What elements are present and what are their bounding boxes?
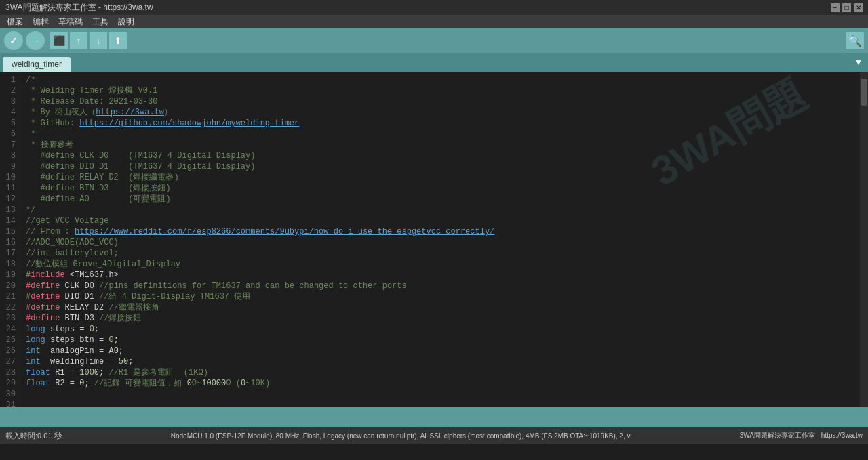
code-line: #define DIO D1 //給 4 Digit-Display TM163… xyxy=(26,291,854,302)
load-time: 載入時間:0.01 秒 xyxy=(5,431,62,441)
tab-dropdown-button[interactable]: ▼ xyxy=(852,56,865,69)
tab-bar: welding_timer ▼ xyxy=(0,53,868,72)
code-line: #define CLK D0 (TM1637 4 Digital Display… xyxy=(26,150,854,161)
code-line: int analogPin = A0; xyxy=(26,346,854,356)
brand-text: 3WA問題解決專家工作室 - https://3wa.tw xyxy=(740,431,863,440)
menu-tools[interactable]: 工具 xyxy=(88,15,113,29)
app-title: 3WA問題解決專家工作室 - https://3wa.tw xyxy=(5,2,153,14)
code-line: #define RELAY D2 //繼電器接角 xyxy=(26,302,854,313)
code-line: * Welding Timer 焊接機 V0.1 xyxy=(26,85,854,96)
menu-edit[interactable]: 編輯 xyxy=(28,15,53,29)
scrollbar-thumb[interactable] xyxy=(861,79,867,106)
code-line: #define RELAY D2 (焊接繼電器) xyxy=(26,172,854,183)
code-line: #define BTN D3 (焊接按鈕) xyxy=(26,183,854,194)
code-line: * 接腳參考 xyxy=(26,140,854,150)
toolbar-right: 🔍 xyxy=(846,32,864,49)
maximize-button[interactable]: □ xyxy=(842,3,851,12)
menu-file[interactable]: 檔案 xyxy=(3,15,27,29)
title-bar: 3WA問題解決專家工作室 - https://3wa.tw − □ ✕ xyxy=(0,0,868,15)
code-container: 1234567891011121314151617181920212223242… xyxy=(0,72,868,407)
code-line: #define CLK D0 //pins definitions for TM… xyxy=(26,280,854,291)
code-line: * By 羽山夜人（https://3wa.tw） xyxy=(26,107,854,118)
serial-monitor-button[interactable]: 🔍 xyxy=(846,32,864,49)
bottom-bar xyxy=(0,407,868,427)
code-line: float R2 = 0; //記錄 可變電阻值，如 0Ω~10000Ω (0~… xyxy=(26,378,854,389)
code-line: #define A0 (可變電阻) xyxy=(26,194,854,205)
board-info: NodeMCU 1.0 (ESP-12E Module), 80 MHz, Fl… xyxy=(171,432,631,440)
verify-button[interactable]: ✓ xyxy=(4,31,23,50)
code-line: * GitHub: https://github.com/shadowjohn/… xyxy=(26,118,854,129)
tab-label: welding_timer xyxy=(12,60,62,69)
code-line: long steps_btn = 0; xyxy=(26,335,854,346)
code-line: //ADC_MODE(ADC_VCC) xyxy=(26,237,854,248)
scrollbar[interactable] xyxy=(860,72,868,407)
toolbar-group: ⬛ ↑ ↓ ⬆ xyxy=(50,32,127,49)
code-line: //數位模組 Grove_4Digital_Display xyxy=(26,259,854,270)
code-line: #define BTN D3 //焊接按鈕 xyxy=(26,313,854,324)
new-button[interactable]: ↑ xyxy=(70,32,87,49)
code-content[interactable]: /* * Welding Timer 焊接機 V0.1 * Release Da… xyxy=(20,72,860,407)
code-line: #define DIO D1 (TM1637 4 Digital Display… xyxy=(26,161,854,172)
editor: 3WA問題 1234567891011121314151617181920212… xyxy=(0,72,868,407)
tab-welding-timer[interactable]: welding_timer xyxy=(3,57,71,72)
open-button[interactable]: ↓ xyxy=(90,32,107,49)
minimize-button[interactable]: − xyxy=(831,3,840,12)
debug-button[interactable]: ⬛ xyxy=(50,32,68,49)
code-line: // From : https://www.reddit.com/r/esp82… xyxy=(26,226,854,237)
close-button[interactable]: ✕ xyxy=(854,3,863,12)
code-line: */ xyxy=(26,205,854,215)
code-line: /* xyxy=(26,75,854,85)
code-line: float R1 = 1000; //R1 是參考電阻 (1KΩ) xyxy=(26,367,854,378)
code-line: //get VCC Voltage xyxy=(26,215,854,226)
code-line: //int batterylevel; xyxy=(26,248,854,259)
code-line: * xyxy=(26,129,854,140)
code-line: * Release Date: 2021-03-30 xyxy=(26,96,854,107)
line-numbers: 1234567891011121314151617181920212223242… xyxy=(0,72,20,407)
title-bar-controls: − □ ✕ xyxy=(831,3,863,12)
status-bar: 載入時間:0.01 秒 NodeMCU 1.0 (ESP-12E Module)… xyxy=(0,427,868,444)
code-line: #include <TM1637.h> xyxy=(26,270,854,280)
menu-help[interactable]: 說明 xyxy=(114,15,138,29)
menu-sketch[interactable]: 草稿碼 xyxy=(54,15,87,29)
code-line: long steps = 0; xyxy=(26,324,854,335)
code-line: int weldingTime = 50; xyxy=(26,356,854,367)
title-bar-left: 3WA問題解決專家工作室 - https://3wa.tw xyxy=(5,2,153,14)
toolbar: ✓ → ⬛ ↑ ↓ ⬆ 🔍 xyxy=(0,28,868,53)
save-button[interactable]: ⬆ xyxy=(109,32,127,49)
upload-button[interactable]: → xyxy=(26,31,45,50)
menu-bar: 檔案 編輯 草稿碼 工具 說明 xyxy=(0,15,868,28)
